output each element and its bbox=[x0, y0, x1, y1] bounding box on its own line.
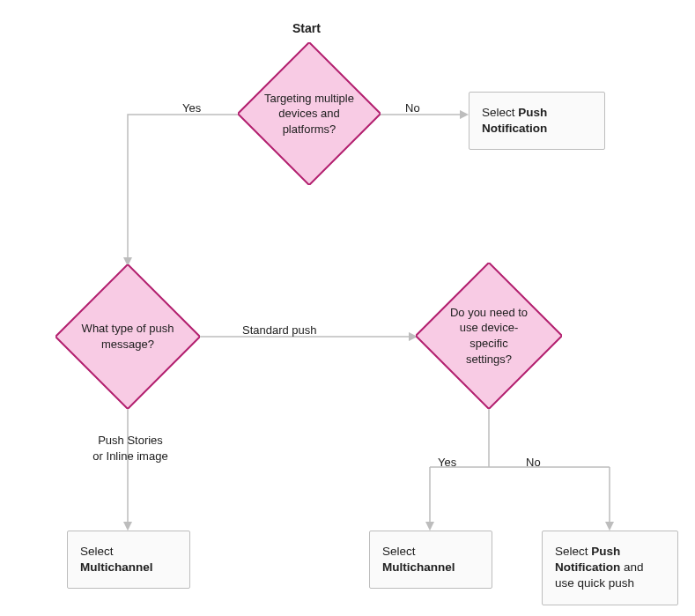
start-title: Start bbox=[292, 21, 321, 35]
terminal-push-notification: Select Push Notification bbox=[469, 92, 605, 150]
edge-label-no: No bbox=[405, 100, 420, 116]
decision-targeting-text: Targeting multiple devices and platforms… bbox=[261, 91, 358, 137]
edge-label-standard-push: Standard push bbox=[242, 323, 317, 338]
decision-targeting: Targeting multiple devices and platforms… bbox=[238, 42, 381, 185]
terminal-text-pre: Select bbox=[80, 545, 114, 558]
terminal-text-pre: Select bbox=[482, 106, 518, 119]
decision-device-settings: Do you need to use device-specific setti… bbox=[416, 263, 562, 409]
decision-device-settings-text: Do you need to use device-specific setti… bbox=[446, 305, 532, 367]
edge-label-yes-2: Yes bbox=[438, 455, 456, 471]
terminal-text-bold: Multichannel bbox=[80, 560, 153, 574]
terminal-text-pre: Select bbox=[382, 545, 416, 558]
terminal-text-bold: Multichannel bbox=[382, 560, 455, 574]
terminal-quick-push: Select Push Notification and use quick p… bbox=[542, 531, 678, 605]
terminal-multichannel-1: Select Multichannel bbox=[67, 531, 190, 589]
decision-message-type: What type of push message? bbox=[55, 264, 200, 409]
terminal-multichannel-2: Select Multichannel bbox=[369, 531, 492, 589]
edge-label-yes: Yes bbox=[182, 100, 201, 116]
edge-label-no-2: No bbox=[526, 455, 541, 471]
terminal-text-pre: Select bbox=[555, 545, 591, 558]
edge-label-push-stories: Push Stories or Inline image bbox=[92, 433, 169, 464]
decision-message-type-text: What type of push message? bbox=[79, 321, 176, 352]
